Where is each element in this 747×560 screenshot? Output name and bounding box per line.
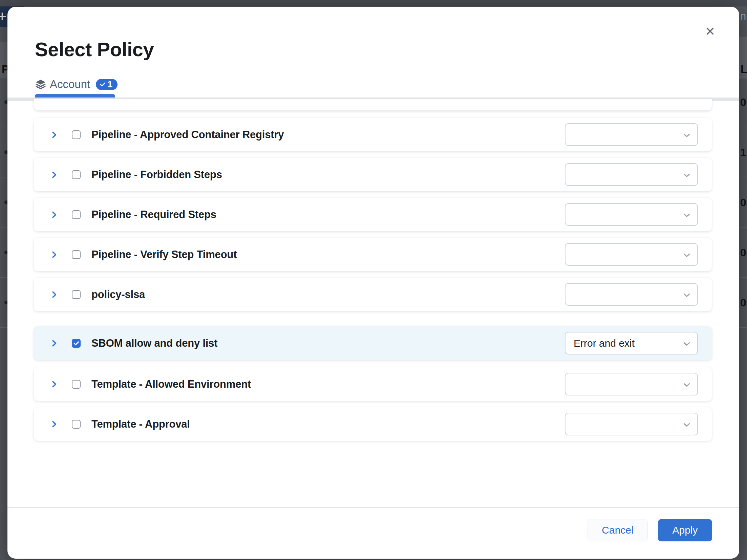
expand-chevron-icon[interactable] [50,290,59,299]
layers-icon [35,79,46,90]
background-top-bar [0,0,747,6]
chevron-down-icon [682,250,692,260]
chevron-down-icon [682,419,692,430]
chevron-down-icon [682,210,692,220]
expand-chevron-icon[interactable] [50,339,59,348]
policy-row[interactable]: Template - Approval [34,407,712,441]
footer-divider [7,507,739,508]
policy-checkbox[interactable] [72,420,81,429]
checkmark-icon [73,340,80,347]
chevron-down-icon [682,170,692,180]
tab-account-label: Account [50,78,90,91]
policy-row[interactable]: Pipeline - Forbidden Steps [34,158,712,191]
select-policy-modal: Select Policy Account 1 [7,7,739,559]
chevron-down-icon [682,339,692,349]
check-icon [100,81,106,88]
policy-name: Pipeline - Forbidden Steps [91,169,222,181]
policy-action-select[interactable] [565,203,698,226]
background-cell-value: 0 [740,96,746,109]
policy-name: Pipeline - Required Steps [91,209,216,221]
background-search-text: ne [740,10,747,22]
modal-title: Select Policy [35,38,154,61]
chevron-down-icon [682,130,692,140]
policy-action-select[interactable] [565,283,698,306]
policy-checkbox[interactable] [72,130,81,139]
policy-checkbox[interactable] [72,380,81,389]
policy-checkbox[interactable] [72,290,81,299]
policy-name: Template - Allowed Environment [91,378,251,390]
selected-count-badge: 1 [96,79,118,90]
policy-row[interactable]: Pipeline - Required Steps [34,198,712,231]
background-cell-value: 1 [740,146,746,159]
expand-chevron-icon[interactable] [50,170,59,179]
policy-action-select[interactable] [565,413,698,435]
active-tab-indicator [35,94,115,98]
policy-action-select[interactable] [565,163,698,186]
policy-name: SBOM allow and deny list [91,337,217,349]
partially-scrolled-row [34,99,712,110]
policy-checkbox[interactable] [72,250,81,259]
expand-chevron-icon[interactable] [50,250,59,259]
policy-name: Template - Approval [91,418,190,430]
expand-chevron-icon[interactable] [50,210,59,219]
background-cell-value: 0 [740,196,746,209]
policy-row[interactable]: Pipeline - Verify Step Timeout [34,238,712,271]
policy-row[interactable]: Pipeline - Approved Container Registry [34,118,712,151]
policy-checkbox[interactable] [72,339,81,348]
cancel-button[interactable]: Cancel [588,519,648,541]
expand-chevron-icon[interactable] [50,380,59,389]
policy-action-value: Error and exit [574,338,635,349]
expand-chevron-icon[interactable] [50,419,59,429]
policy-row[interactable]: Template - Allowed Environment [34,367,712,401]
policy-name: Pipeline - Verify Step Timeout [91,249,237,261]
expand-chevron-icon[interactable] [50,130,59,139]
close-button[interactable] [702,23,719,40]
policy-checkbox[interactable] [72,210,81,219]
policy-action-select[interactable]: Error and exit [565,332,698,354]
close-icon [704,25,716,37]
background-cell-value: 0 [740,246,746,259]
policy-name: policy-slsa [91,288,145,301]
selected-count: 1 [107,80,112,89]
policy-name: Pipeline - Approved Container Registry [91,129,284,141]
policy-action-select[interactable] [565,123,698,146]
chevron-down-icon [682,290,692,300]
policy-action-select[interactable] [565,243,698,266]
background-right-header-text: L [741,63,747,76]
policy-checkbox[interactable] [72,170,81,179]
policy-action-select[interactable] [565,373,698,395]
tab-account[interactable]: Account 1 [35,74,118,94]
policy-row[interactable]: SBOM allow and deny list Error and exit [34,326,712,360]
chevron-down-icon [682,380,692,390]
apply-button[interactable]: Apply [658,519,712,541]
background-cell-value: 0 [740,297,746,309]
policy-row[interactable]: policy-slsa [34,278,712,311]
